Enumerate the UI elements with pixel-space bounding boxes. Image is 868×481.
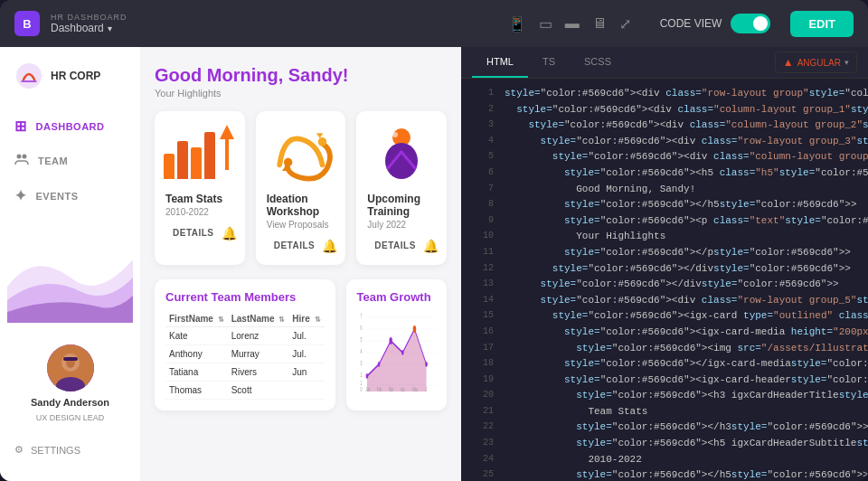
tab-html[interactable]: HTML xyxy=(472,47,528,78)
svg-point-1 xyxy=(17,155,22,159)
line-content: style="color:#569cd6"><igx-card-media he… xyxy=(505,325,868,341)
svg-text:Feb: Feb xyxy=(376,386,381,392)
sidebar-item-dashboard[interactable]: ⊞ DASHBOARD xyxy=(0,108,140,144)
code-line: 20 style="color:#569cd6"><h3 igxCardHead… xyxy=(461,388,868,404)
code-line: 14 style="color:#569cd6"><div class="row… xyxy=(461,293,868,309)
tablet-icon[interactable]: ▭ xyxy=(539,15,552,33)
col-firstname[interactable]: FirstName ⇅ xyxy=(165,311,228,327)
svg-text:2: 2 xyxy=(360,370,362,378)
desktop-small-icon[interactable]: ▬ xyxy=(565,15,580,32)
training-details-btn[interactable]: DETAILS xyxy=(367,237,423,254)
svg-point-10 xyxy=(284,157,292,165)
bell-icon-3[interactable]: 🔔 xyxy=(423,239,439,253)
line-content: style="color:#569cd6"></h3style="color:#… xyxy=(505,420,868,436)
sidebar: HR CORP ⊞ DASHBOARD TEAM ✦ xyxy=(0,47,140,481)
svg-text:7: 7 xyxy=(360,311,362,319)
code-view-toggle[interactable] xyxy=(731,14,770,33)
col-hire[interactable]: Hire ⇅ xyxy=(288,311,324,327)
app-title: HR DASHBOARD Dashboard ▾ xyxy=(51,13,127,34)
svg-text:Jan: Jan xyxy=(365,386,370,392)
line-number: 8 xyxy=(468,197,494,213)
line-number: 19 xyxy=(468,373,494,389)
tab-ts[interactable]: TS xyxy=(528,47,570,78)
line-content: style="color:#569cd6"><igx-card type="ou… xyxy=(505,308,868,325)
code-line: 18 style="color:#569cd6"></igx-card-medi… xyxy=(461,356,868,373)
mobile-icon[interactable]: 📱 xyxy=(508,15,526,33)
svg-point-0 xyxy=(16,63,42,89)
col-lastname[interactable]: LastName ⇅ xyxy=(228,311,289,327)
line-number: 13 xyxy=(468,277,494,293)
expand-icon[interactable]: ⤢ xyxy=(619,15,631,33)
main-content: HR CORP ⊞ DASHBOARD TEAM ✦ xyxy=(0,47,868,481)
line-content: style="color:#569cd6"></h5style="color:#… xyxy=(505,467,868,481)
team-members-title: Current Team Members xyxy=(165,290,325,304)
svg-point-33 xyxy=(365,373,368,379)
code-line: 6 style="color:#569cd6"><h5 class="h5"st… xyxy=(461,165,868,182)
tab-scss[interactable]: SCSS xyxy=(570,47,626,78)
sort-icon: ⇅ xyxy=(218,316,224,324)
code-line: 2 style="color:#569cd6"><div class="colu… xyxy=(461,102,868,118)
ideation-details-btn[interactable]: DETAILS xyxy=(267,237,323,254)
svg-point-9 xyxy=(317,137,326,146)
ideation-icon xyxy=(267,125,335,184)
sidebar-logo-text: HR CORP xyxy=(51,70,100,82)
team-growth-section: Team Growth 7 6 5 4 3 2 1 0 xyxy=(346,279,448,410)
line-content: style="color:#569cd6"></igx-card-mediast… xyxy=(505,356,868,373)
sort-icon-2: ⇅ xyxy=(278,316,285,324)
line-content: style="color:#569cd6"><h5 igxCardHeaderS… xyxy=(505,436,868,452)
edit-button[interactable]: EDIT xyxy=(790,11,854,37)
settings-link[interactable]: ⚙ SETTINGS xyxy=(0,433,140,467)
line-number: 7 xyxy=(468,182,494,198)
greeting-text: Good Morning, Sandy! xyxy=(155,65,447,86)
bar-chart-icon xyxy=(164,129,236,179)
line-content: Team Stats xyxy=(505,404,647,420)
code-line: 3 style="color:#569cd6"><div class="colu… xyxy=(461,118,868,134)
left-panel: HR CORP ⊞ DASHBOARD TEAM ✦ xyxy=(0,47,461,481)
settings-label: SETTINGS xyxy=(31,445,80,456)
svg-text:0: 0 xyxy=(360,384,362,392)
line-content: style="color:#569cd6"><div class="row-la… xyxy=(505,86,868,102)
line-number: 14 xyxy=(468,293,494,309)
line-number: 23 xyxy=(468,436,494,452)
training-title: Upcoming Training xyxy=(367,193,436,218)
line-number: 3 xyxy=(468,118,494,134)
sidebar-item-team[interactable]: TEAM xyxy=(0,144,140,178)
svg-text:Mar: Mar xyxy=(389,386,393,392)
profile-role: UX DESIGN LEAD xyxy=(36,413,105,422)
line-number: 12 xyxy=(468,261,494,278)
chevron-down-icon-framework[interactable]: ▾ xyxy=(844,58,849,67)
svg-point-34 xyxy=(377,362,380,367)
code-line: 21 Team Stats xyxy=(461,404,868,420)
bell-icon-2[interactable]: 🔔 xyxy=(322,239,337,253)
svg-rect-8 xyxy=(63,357,78,361)
line-number: 24 xyxy=(468,452,494,468)
sidebar-item-events[interactable]: ✦ EVENTS xyxy=(0,178,140,213)
svg-text:6: 6 xyxy=(360,323,362,331)
device-icons: 📱 ▭ ▬ 🖥 ⤢ xyxy=(508,15,631,33)
sort-icon-3: ⇅ xyxy=(315,316,321,324)
sidebar-item-label: DASHBOARD xyxy=(36,121,105,132)
code-line: 19 style="color:#569cd6"><igx-card-heade… xyxy=(461,373,868,389)
team-stats-details-btn[interactable]: DETAILS xyxy=(165,224,222,241)
bell-icon[interactable]: 🔔 xyxy=(222,226,237,240)
top-bar: B HR DASHBOARD Dashboard ▾ 📱 ▭ ▬ 🖥 ⤢ COD… xyxy=(0,0,868,47)
sidebar-waves xyxy=(7,232,133,323)
line-content: style="color:#569cd6"><p class="text"sty… xyxy=(505,213,868,230)
svg-point-12 xyxy=(392,132,398,137)
framework-label: ANGULAR xyxy=(797,58,841,68)
ideation-title: Ideation Workshop xyxy=(267,193,335,218)
code-line: 10 Your Highlights xyxy=(461,229,868,245)
code-line: 13 style="color:#569cd6"></divstyle="col… xyxy=(461,277,868,293)
team-growth-title: Team Growth xyxy=(357,290,437,304)
monitor-icon[interactable]: 🖥 xyxy=(592,15,607,32)
settings-icon: ⚙ xyxy=(14,444,24,456)
sidebar-logo: HR CORP xyxy=(0,61,140,108)
greeting-sub: Your Highlights xyxy=(155,88,447,99)
line-number: 11 xyxy=(468,245,494,261)
upcoming-training-image xyxy=(367,122,436,185)
team-table: FirstName ⇅ LastName ⇅ Hire ⇅ KateLorenz… xyxy=(165,311,325,400)
line-content: style="color:#569cd6"><img src="/assets/… xyxy=(505,341,868,357)
chevron-down-icon: ▾ xyxy=(108,24,112,33)
team-icon xyxy=(14,153,29,169)
line-number: 6 xyxy=(468,165,494,182)
